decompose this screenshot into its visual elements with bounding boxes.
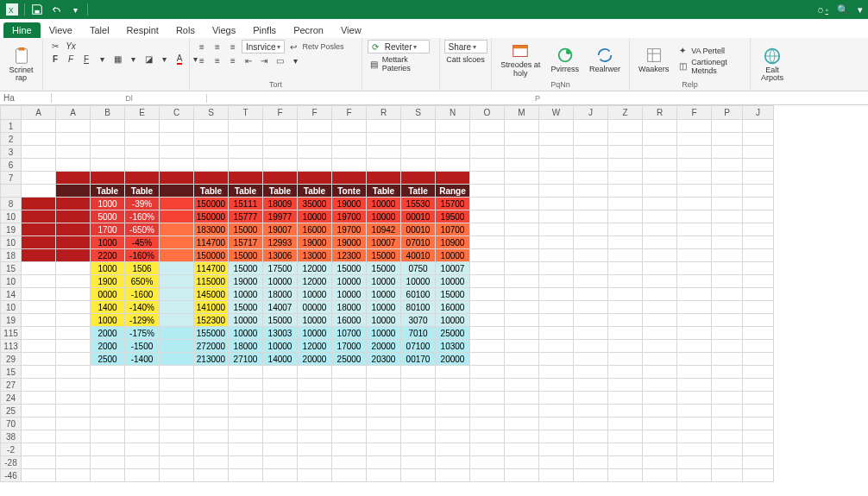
- cell[interactable]: Table: [194, 185, 229, 198]
- cell[interactable]: [298, 159, 332, 172]
- cell[interactable]: [643, 159, 677, 172]
- cell[interactable]: 00010: [401, 210, 436, 223]
- cell[interactable]: [298, 392, 332, 405]
- cell[interactable]: [743, 301, 774, 314]
- cell[interactable]: 80100: [401, 301, 436, 314]
- cell[interactable]: [608, 210, 643, 223]
- cell[interactable]: 10000: [263, 340, 298, 353]
- cell[interactable]: [470, 223, 505, 236]
- cell[interactable]: [436, 418, 470, 430]
- cell[interactable]: [677, 172, 712, 185]
- cell[interactable]: [712, 314, 743, 327]
- cell[interactable]: [574, 172, 608, 185]
- cell[interactable]: [125, 172, 160, 185]
- cell[interactable]: [470, 443, 505, 456]
- cell[interactable]: 115000: [194, 275, 229, 288]
- col-header[interactable]: C: [160, 106, 194, 120]
- cell[interactable]: 1000: [91, 262, 125, 275]
- cell[interactable]: -45%: [125, 236, 160, 249]
- cartionegt-button[interactable]: ◫Cartionegt Metnds: [676, 58, 727, 75]
- cell[interactable]: 0000: [91, 288, 125, 301]
- cell[interactable]: [643, 185, 677, 198]
- cell[interactable]: [332, 443, 367, 456]
- row-header[interactable]: 115: [1, 327, 22, 340]
- cell[interactable]: [367, 430, 401, 443]
- cell[interactable]: [539, 418, 574, 430]
- cell[interactable]: [367, 418, 401, 430]
- cell[interactable]: [194, 430, 229, 443]
- cell[interactable]: [743, 405, 774, 418]
- cell[interactable]: [505, 249, 539, 262]
- cell[interactable]: [712, 236, 743, 249]
- row-header[interactable]: [1, 185, 22, 198]
- cell[interactable]: 114700: [194, 262, 229, 275]
- cell[interactable]: [194, 418, 229, 430]
- cell[interactable]: [712, 172, 743, 185]
- cell[interactable]: [712, 340, 743, 353]
- cell[interactable]: 10000: [229, 327, 263, 340]
- fill-button[interactable]: ◪: [142, 53, 155, 65]
- cell[interactable]: [743, 275, 774, 288]
- cell[interactable]: [643, 327, 677, 340]
- cell[interactable]: [608, 236, 643, 249]
- cell[interactable]: [436, 405, 470, 418]
- cell[interactable]: [160, 146, 194, 159]
- cell[interactable]: 12000: [298, 275, 332, 288]
- cell[interactable]: [401, 366, 436, 379]
- cell[interactable]: [367, 379, 401, 392]
- cell[interactable]: [505, 210, 539, 223]
- col-header[interactable]: E: [125, 106, 160, 120]
- cell[interactable]: [470, 210, 505, 223]
- cell[interactable]: 12300: [332, 249, 367, 262]
- cell[interactable]: [22, 340, 56, 353]
- cell[interactable]: [194, 159, 229, 172]
- cell[interactable]: [160, 249, 194, 262]
- row-header[interactable]: 113: [1, 340, 22, 353]
- cell[interactable]: [743, 159, 774, 172]
- cell[interactable]: [643, 366, 677, 379]
- cell[interactable]: 20000: [298, 353, 332, 366]
- cell[interactable]: [505, 340, 539, 353]
- cell[interactable]: [574, 146, 608, 159]
- cell[interactable]: [712, 430, 743, 443]
- cell[interactable]: [56, 262, 91, 275]
- cell[interactable]: [574, 418, 608, 430]
- streodes-button[interactable]: Streodes at holy: [497, 40, 544, 79]
- cell[interactable]: 183000: [194, 223, 229, 236]
- cell[interactable]: [608, 198, 643, 210]
- cell[interactable]: [229, 456, 263, 469]
- cell[interactable]: 10000: [367, 198, 401, 210]
- cell[interactable]: [22, 392, 56, 405]
- cell[interactable]: [539, 210, 574, 223]
- cell[interactable]: [470, 327, 505, 340]
- col-header[interactable]: O: [470, 106, 505, 120]
- cell[interactable]: [194, 172, 229, 185]
- cell[interactable]: [229, 443, 263, 456]
- cell[interactable]: [436, 172, 470, 185]
- merge-icon[interactable]: ▭: [273, 54, 286, 66]
- cell[interactable]: 18009: [263, 198, 298, 210]
- cell[interactable]: 13003: [263, 327, 298, 340]
- dropdown-icon[interactable]: ▾: [68, 3, 82, 16]
- cell[interactable]: [643, 443, 677, 456]
- cell[interactable]: 10007: [367, 236, 401, 249]
- cell[interactable]: [608, 392, 643, 405]
- cell[interactable]: 19700: [332, 223, 367, 236]
- cell[interactable]: 650%: [125, 275, 160, 288]
- cell[interactable]: -175%: [125, 327, 160, 340]
- tab-talel[interactable]: Talel: [81, 22, 118, 38]
- row-header[interactable]: 18: [1, 249, 22, 262]
- cell[interactable]: [574, 159, 608, 172]
- cell[interactable]: [608, 443, 643, 456]
- cell[interactable]: [743, 146, 774, 159]
- cell[interactable]: [608, 275, 643, 288]
- cell[interactable]: [22, 353, 56, 366]
- tab-vieve[interactable]: Vieve: [41, 22, 81, 38]
- cell[interactable]: [22, 314, 56, 327]
- cell[interactable]: [643, 469, 677, 482]
- cell[interactable]: [436, 379, 470, 392]
- cell[interactable]: 10000: [367, 210, 401, 223]
- cell[interactable]: [712, 353, 743, 366]
- cell[interactable]: [436, 469, 470, 482]
- cell[interactable]: [56, 456, 91, 469]
